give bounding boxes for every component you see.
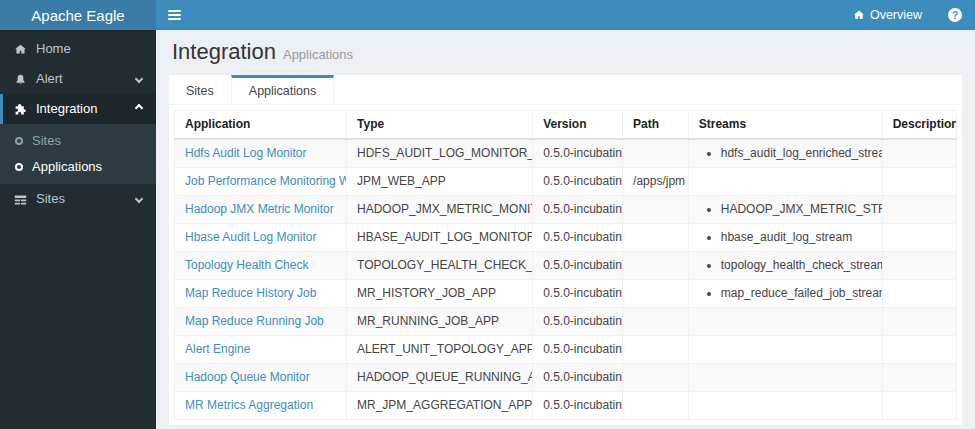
type-cell: TOPOLOGY_HEALTH_CHECK_APP: [347, 252, 533, 280]
table-row: Map Reduce History Job MR_HISTORY_JOB_AP…: [175, 280, 957, 308]
applications-table: Application Type Version Path Streams De…: [174, 110, 957, 420]
chevron-left-icon: [135, 75, 143, 83]
application-link[interactable]: Map Reduce History Job: [185, 286, 316, 300]
streams-list: map_reduce_failed_job_stream: [699, 286, 872, 301]
application-cell: Topology Health Check: [175, 252, 347, 280]
table-header-row: Application Type Version Path Streams De…: [175, 111, 957, 140]
circle-icon: [15, 163, 23, 171]
streams-cell: hdfs_audit_log_enriched_stream: [688, 139, 882, 168]
version-cell: 0.5.0-incubating: [533, 280, 623, 308]
application-cell: Hbase Audit Log Monitor: [175, 224, 347, 252]
application-link[interactable]: Hadoop JMX Metric Monitor: [185, 202, 334, 216]
version-cell: 0.5.0-incubating: [533, 308, 623, 336]
table-row: Hadoop JMX Metric Monitor HADOOP_JMX_MET…: [175, 196, 957, 224]
table-row: MR Metrics Aggregation MR_JPM_AGGREGATIO…: [175, 392, 957, 420]
streams-cell: hbase_audit_log_stream: [688, 224, 882, 252]
application-link[interactable]: MR Metrics Aggregation: [185, 398, 313, 412]
main-content: IntegrationApplications Sites Applicatio…: [156, 30, 975, 429]
tab-content: Application Type Version Path Streams De…: [169, 105, 962, 425]
streams-cell: [688, 336, 882, 364]
streams-cell: HADOOP_JMX_METRIC_STREAM: [688, 196, 882, 224]
type-cell: HBASE_AUDIT_LOG_MONITOR: [347, 224, 533, 252]
type-cell: MR_HISTORY_JOB_APP: [347, 280, 533, 308]
help-button[interactable]: ?: [935, 0, 975, 30]
column-header-path: Path: [623, 111, 689, 140]
path-cell: [623, 392, 689, 420]
version-cell: 0.5.0-incubating: [533, 196, 623, 224]
type-cell: JPM_WEB_APP: [347, 168, 533, 196]
type-cell: MR_RUNNING_JOB_APP: [347, 308, 533, 336]
table-row: Alert Engine ALERT_UNIT_TOPOLOGY_APP 0.5…: [175, 336, 957, 364]
version-cell: 0.5.0-incubating: [533, 364, 623, 392]
chevron-left-icon: [135, 195, 143, 203]
application-link[interactable]: Hdfs Audit Log Monitor: [185, 146, 306, 160]
streams-cell: [688, 392, 882, 420]
sidebar-subitem-applications[interactable]: Applications: [0, 154, 156, 180]
overview-label: Overview: [870, 8, 922, 22]
sidebar-item-label: Alert: [36, 72, 127, 86]
integration-submenu: Sites Applications: [0, 124, 156, 184]
sidebar-subitem-label: Applications: [32, 160, 102, 174]
sidebar-subitem-label: Sites: [32, 134, 61, 148]
streams-cell: [688, 308, 882, 336]
path-cell: [623, 252, 689, 280]
tab-sites[interactable]: Sites: [169, 75, 231, 104]
sidebar-item-alert[interactable]: Alert: [0, 64, 156, 94]
stream-item: HADOOP_JMX_METRIC_STREAM: [721, 202, 872, 217]
type-cell: HADOOP_QUEUE_RUNNING_APP: [347, 364, 533, 392]
stream-item: map_reduce_failed_job_stream: [721, 286, 872, 301]
version-cell: 0.5.0-incubating: [533, 168, 623, 196]
sidebar-item-sites[interactable]: Sites: [0, 184, 156, 214]
column-header-streams: Streams: [688, 111, 882, 140]
application-cell: Alert Engine: [175, 336, 347, 364]
application-link[interactable]: Alert Engine: [185, 342, 250, 356]
table-row: Hadoop Queue Monitor HADOOP_QUEUE_RUNNIN…: [175, 364, 957, 392]
stream-item: hdfs_audit_log_enriched_stream: [721, 146, 872, 161]
table-row: Job Performance Monitoring Web JPM_WEB_A…: [175, 168, 957, 196]
chevron-down-icon: [135, 103, 143, 111]
home-icon: [853, 9, 865, 21]
page-title: Integration: [172, 39, 276, 64]
sidebar-item-integration[interactable]: Integration: [0, 94, 156, 124]
column-header-application: Application: [175, 111, 347, 140]
application-cell: Hadoop Queue Monitor: [175, 364, 347, 392]
sidebar: Home Alert Integration Sites Application…: [0, 30, 156, 429]
application-link[interactable]: Hadoop Queue Monitor: [185, 370, 310, 384]
tab-bar: Sites Applications: [169, 75, 962, 105]
description-cell: [882, 308, 956, 336]
streams-cell: map_reduce_failed_job_stream: [688, 280, 882, 308]
version-cell: 0.5.0-incubating: [533, 336, 623, 364]
description-cell: [882, 224, 956, 252]
stream-item: topology_health_check_stream: [721, 258, 872, 273]
application-link[interactable]: Map Reduce Running Job: [185, 314, 324, 328]
sidebar-toggle-button[interactable]: [156, 0, 192, 30]
description-cell: [882, 392, 956, 420]
version-cell: 0.5.0-incubating: [533, 252, 623, 280]
sidebar-menu: Home Alert Integration Sites Application…: [0, 30, 156, 214]
application-cell: Map Reduce Running Job: [175, 308, 347, 336]
application-cell: Map Reduce History Job: [175, 280, 347, 308]
stream-item: hbase_audit_log_stream: [721, 230, 872, 245]
path-cell: /apps/jpm: [623, 168, 689, 196]
overview-link[interactable]: Overview: [840, 0, 935, 30]
table-row: Hdfs Audit Log Monitor HDFS_AUDIT_LOG_MO…: [175, 139, 957, 168]
table-row: Topology Health Check TOPOLOGY_HEALTH_CH…: [175, 252, 957, 280]
app-logo[interactable]: Apache Eagle: [0, 0, 156, 30]
application-link[interactable]: Topology Health Check: [185, 258, 308, 272]
path-cell: [623, 336, 689, 364]
path-cell: [623, 196, 689, 224]
table-row: Hbase Audit Log Monitor HBASE_AUDIT_LOG_…: [175, 224, 957, 252]
tab-box: Sites Applications Application Type Vers…: [169, 75, 962, 425]
type-cell: HADOOP_JMX_METRIC_MONITOR: [347, 196, 533, 224]
tab-applications[interactable]: Applications: [231, 75, 334, 104]
sidebar-item-home[interactable]: Home: [0, 34, 156, 64]
application-link[interactable]: Job Performance Monitoring Web: [185, 174, 347, 188]
description-cell: [882, 280, 956, 308]
description-cell: [882, 364, 956, 392]
sidebar-subitem-sites[interactable]: Sites: [0, 128, 156, 154]
application-cell: Hadoop JMX Metric Monitor: [175, 196, 347, 224]
application-link[interactable]: Hbase Audit Log Monitor: [185, 230, 316, 244]
type-cell: MR_JPM_AGGREGATION_APP: [347, 392, 533, 420]
type-cell: ALERT_UNIT_TOPOLOGY_APP: [347, 336, 533, 364]
sidebar-item-label: Integration: [36, 102, 127, 116]
